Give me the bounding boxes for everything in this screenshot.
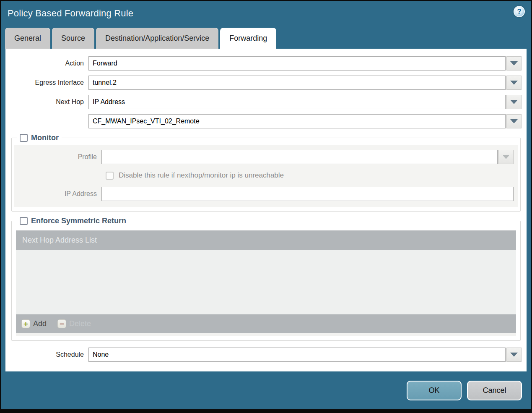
- monitor-legend: Monitor: [17, 133, 62, 142]
- chevron-down-icon: [510, 353, 518, 357]
- monitor-ip-address-label: IP Address: [14, 190, 101, 198]
- forwarding-tab-panel: Action Egress Interface Next Hop: [5, 49, 527, 371]
- action-input[interactable]: [88, 56, 506, 71]
- next-hop-row: Next Hop: [10, 95, 522, 109]
- next-hop-address-list-table: Next Hop Address List + Add − Delete: [16, 230, 516, 333]
- disable-rule-label: Disable this rule if nexthop/monitor ip …: [119, 171, 284, 180]
- monitor-disable-rule-row: Disable this rule if nexthop/monitor ip …: [106, 170, 518, 181]
- monitor-profile-input: [101, 150, 498, 164]
- pbf-rule-dialog: Policy Based Forwarding Rule ? General S…: [0, 0, 532, 413]
- table-bottom-strip: [16, 333, 516, 336]
- tab-destination-application-service[interactable]: Destination/Application/Service: [96, 28, 218, 49]
- cancel-button[interactable]: Cancel: [467, 381, 522, 400]
- delete-button-label: Delete: [69, 319, 91, 328]
- next-hop-address-list-body[interactable]: [16, 250, 516, 314]
- ok-button[interactable]: OK: [407, 381, 462, 400]
- action-row: Action: [10, 56, 522, 71]
- next-hop-type-input[interactable]: [88, 95, 506, 109]
- tab-strip: General Source Destination/Application/S…: [1, 26, 531, 49]
- monitor-legend-label: Monitor: [31, 133, 59, 142]
- monitor-checkbox[interactable]: [20, 134, 28, 142]
- next-hop-type-dropdown-button[interactable]: [506, 95, 522, 109]
- delete-minus-icon: −: [57, 319, 66, 328]
- monitor-fieldset: Monitor Profile Disable this rule if nex…: [11, 133, 521, 212]
- enforce-symmetric-return-checkbox[interactable]: [20, 217, 28, 225]
- next-hop-address-dropdown-button[interactable]: [506, 114, 522, 128]
- next-hop-address-input[interactable]: [88, 114, 506, 128]
- schedule-dropdown-button[interactable]: [506, 348, 522, 362]
- next-hop-address-list-header: Next Hop Address List: [16, 230, 516, 250]
- tab-source[interactable]: Source: [52, 28, 94, 49]
- dialog-footer: OK Cancel: [1, 371, 531, 409]
- egress-interface-input[interactable]: [88, 76, 506, 90]
- add-plus-icon: +: [21, 319, 30, 328]
- monitor-ip-address-row: IP Address: [14, 187, 518, 201]
- chevron-down-icon: [510, 81, 518, 85]
- delete-button: − Delete: [57, 319, 91, 328]
- chevron-down-icon: [510, 100, 518, 104]
- schedule-input[interactable]: [88, 348, 506, 362]
- egress-interface-row: Egress Interface: [10, 76, 522, 90]
- monitor-ip-address-input: [101, 187, 514, 201]
- schedule-label: Schedule: [10, 351, 88, 358]
- help-icon[interactable]: ?: [514, 6, 525, 17]
- next-hop-address-list-toolbar: + Add − Delete: [16, 314, 516, 333]
- action-label: Action: [10, 60, 88, 67]
- egress-interface-label: Egress Interface: [10, 79, 88, 86]
- dialog-title: Policy Based Forwarding Rule: [1, 1, 531, 19]
- egress-interface-dropdown-button[interactable]: [506, 76, 522, 90]
- next-hop-label: Next Hop: [10, 98, 88, 106]
- disable-rule-checkbox: [106, 172, 114, 180]
- add-button-label: Add: [33, 319, 47, 328]
- next-hop-address-row: [10, 114, 522, 128]
- tab-forwarding[interactable]: Forwarding: [220, 28, 276, 49]
- tab-general[interactable]: General: [5, 28, 50, 49]
- chevron-down-icon: [510, 119, 518, 123]
- enforce-symmetric-return-legend: Enforce Symmetric Return: [17, 217, 129, 225]
- monitor-profile-row: Profile: [14, 150, 518, 164]
- monitor-profile-dropdown-button: [498, 150, 514, 164]
- add-button[interactable]: + Add: [21, 319, 47, 328]
- monitor-panel: Profile Disable this rule if nexthop/mon…: [14, 145, 518, 207]
- enforce-symmetric-return-legend-label: Enforce Symmetric Return: [31, 217, 126, 225]
- chevron-down-icon: [510, 61, 518, 65]
- schedule-row: Schedule: [10, 348, 522, 362]
- chevron-down-icon: [502, 155, 510, 159]
- monitor-profile-label: Profile: [14, 153, 101, 161]
- action-dropdown-button[interactable]: [506, 56, 522, 71]
- enforce-symmetric-return-fieldset: Enforce Symmetric Return Next Hop Addres…: [11, 217, 521, 341]
- dialog-titlebar: Policy Based Forwarding Rule ?: [1, 1, 531, 26]
